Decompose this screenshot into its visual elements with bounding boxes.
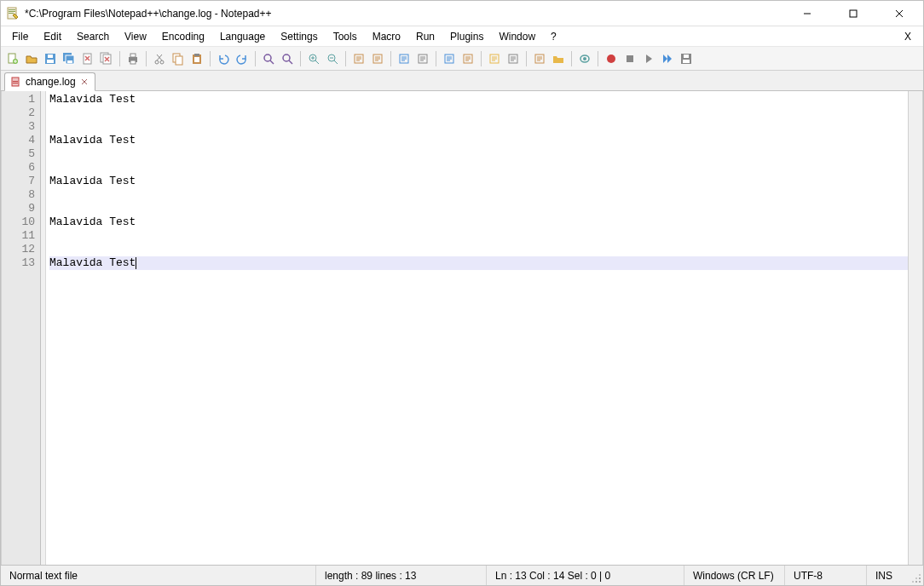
svg-line-40 xyxy=(289,60,292,64)
svg-rect-26 xyxy=(130,54,136,57)
line-number: 8 xyxy=(2,188,35,202)
line-number: 4 xyxy=(2,134,35,147)
svg-point-101 xyxy=(915,577,917,579)
app-icon xyxy=(6,7,20,20)
editor-line[interactable] xyxy=(49,120,908,134)
menu-encoding[interactable]: Encoding xyxy=(154,28,212,45)
doc-list-icon[interactable] xyxy=(505,50,522,67)
toolbar-separator xyxy=(526,51,527,66)
svg-rect-87 xyxy=(627,55,633,62)
editor-line[interactable]: Malavida Test xyxy=(49,134,908,147)
doc-map-icon[interactable] xyxy=(486,50,503,67)
monitor-icon[interactable] xyxy=(576,50,593,67)
cut-icon[interactable] xyxy=(151,50,168,67)
svg-rect-35 xyxy=(194,54,199,56)
menu-view[interactable]: View xyxy=(117,28,154,45)
menu-macro[interactable]: Macro xyxy=(365,28,408,45)
save-all-icon[interactable] xyxy=(61,50,78,67)
svg-rect-33 xyxy=(176,56,182,65)
print-icon[interactable] xyxy=(124,50,141,67)
toolbar-separator xyxy=(436,51,436,66)
svg-rect-93 xyxy=(13,81,18,82)
toolbar-separator xyxy=(300,51,301,66)
text-area[interactable]: Malavida TestMalavida TestMalavida TestM… xyxy=(46,91,908,565)
status-eol[interactable]: Windows (CR LF) xyxy=(684,566,785,585)
titlebar: *C:\Program Files\Notepad++\change.log -… xyxy=(1,1,923,26)
tab-change-log[interactable]: change.log xyxy=(4,72,95,91)
save-icon[interactable] xyxy=(42,50,59,67)
play-icon[interactable] xyxy=(640,50,657,67)
udl-icon[interactable] xyxy=(459,50,476,67)
menu-tools[interactable]: Tools xyxy=(326,28,365,45)
zoom-out-icon[interactable] xyxy=(324,50,341,67)
editor-line[interactable]: Malavida Test xyxy=(49,215,908,229)
folder-icon[interactable] xyxy=(550,50,567,67)
line-number: 11 xyxy=(2,229,35,243)
record-icon[interactable] xyxy=(603,50,620,67)
menu-window[interactable]: Window xyxy=(491,28,543,45)
close-all-icon[interactable] xyxy=(98,50,115,67)
menu-settings[interactable]: Settings xyxy=(273,28,325,45)
status-filetype: Normal text file xyxy=(1,566,316,585)
menu-close-x[interactable]: X xyxy=(896,28,920,45)
undo-icon[interactable] xyxy=(215,50,232,67)
svg-point-100 xyxy=(919,574,921,576)
toolbar-separator xyxy=(481,51,482,66)
replace-icon[interactable] xyxy=(279,50,296,67)
stop-icon[interactable] xyxy=(621,50,638,67)
menu-help[interactable]: ? xyxy=(543,28,564,45)
line-number: 3 xyxy=(2,120,35,134)
close-button[interactable] xyxy=(882,3,916,24)
toolbar-separator xyxy=(255,51,256,66)
menu-search[interactable]: Search xyxy=(69,28,117,45)
open-file-icon[interactable] xyxy=(23,50,40,67)
editor-line[interactable] xyxy=(49,106,908,120)
redo-icon[interactable] xyxy=(234,50,251,67)
menu-plugins[interactable]: Plugins xyxy=(442,28,491,45)
svg-point-99 xyxy=(915,581,917,583)
editor-line[interactable] xyxy=(49,188,908,202)
resize-grip-icon[interactable] xyxy=(910,566,923,585)
line-number: 9 xyxy=(2,202,35,215)
status-encoding[interactable]: UTF-8 xyxy=(785,566,867,585)
tab-close-icon[interactable] xyxy=(79,77,90,87)
menu-edit[interactable]: Edit xyxy=(36,28,69,45)
copy-icon[interactable] xyxy=(170,50,187,67)
minimize-button[interactable] xyxy=(790,3,824,24)
maximize-button[interactable] xyxy=(836,3,870,24)
line-number: 6 xyxy=(2,161,35,175)
editor-line[interactable]: Malavida Test xyxy=(49,93,908,106)
find-icon[interactable] xyxy=(260,50,277,67)
toolbar-separator xyxy=(146,51,147,66)
editor-line[interactable] xyxy=(49,202,908,215)
vertical-scrollbar[interactable] xyxy=(908,91,922,565)
indent-guide-icon[interactable] xyxy=(441,50,458,67)
menu-run[interactable]: Run xyxy=(408,28,442,45)
sync-h-icon[interactable] xyxy=(369,50,386,67)
editor-line[interactable] xyxy=(49,147,908,161)
func-list-icon[interactable] xyxy=(531,50,548,67)
editor-line[interactable] xyxy=(49,243,908,256)
status-mode[interactable]: INS xyxy=(867,566,910,585)
text-caret xyxy=(136,257,136,269)
menu-file[interactable]: File xyxy=(4,28,36,45)
paste-icon[interactable] xyxy=(188,50,205,67)
svg-rect-89 xyxy=(683,60,690,63)
playmulti-icon[interactable] xyxy=(659,50,676,67)
svg-point-86 xyxy=(607,55,615,63)
line-number: 10 xyxy=(2,215,35,229)
new-file-icon[interactable] xyxy=(4,50,21,67)
wordwrap-icon[interactable] xyxy=(396,50,413,67)
editor-line[interactable] xyxy=(49,229,908,243)
savemacro-icon[interactable] xyxy=(678,50,695,67)
editor-line[interactable]: Malavida Test xyxy=(49,175,908,188)
svg-rect-94 xyxy=(13,83,18,83)
editor-line[interactable] xyxy=(49,161,908,175)
close-icon[interactable] xyxy=(79,50,96,67)
zoom-in-icon[interactable] xyxy=(305,50,322,67)
line-number: 13 xyxy=(2,256,35,270)
allchars-icon[interactable] xyxy=(414,50,431,67)
editor-line[interactable]: Malavida Test xyxy=(49,256,908,270)
menu-language[interactable]: Language xyxy=(212,28,273,45)
sync-v-icon[interactable] xyxy=(350,50,367,67)
